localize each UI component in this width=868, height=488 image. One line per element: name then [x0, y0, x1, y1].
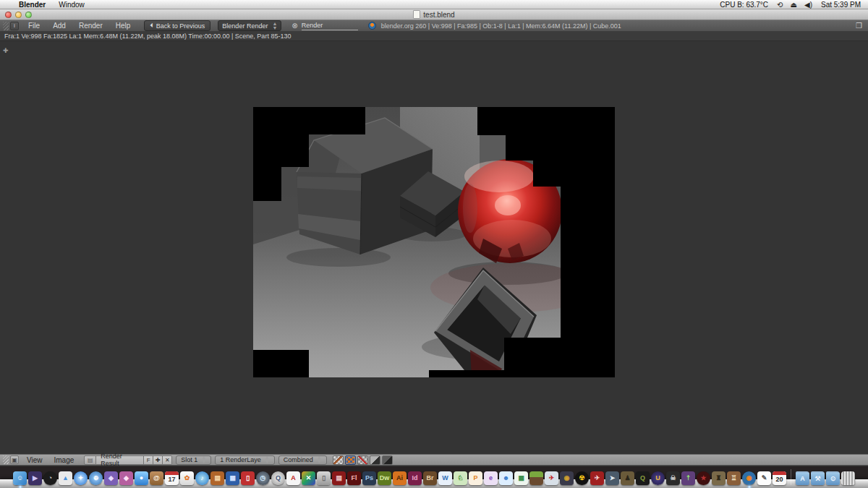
dock-icon-entourage[interactable]: e — [484, 471, 498, 485]
dock-icon-itunes[interactable]: ♪ — [195, 471, 209, 485]
dropdown-arrows-icon: ▲▼ — [317, 455, 322, 464]
dock-icon-powerpoint[interactable]: P — [469, 471, 482, 485]
image-name-field[interactable]: Render Result — [96, 455, 144, 465]
dock-icon-quicktime-player[interactable]: Q — [271, 471, 285, 485]
dock-icon-red-plane-game[interactable]: ✈ — [590, 471, 604, 485]
dock-icon-toast-burner[interactable]: ▤ — [210, 471, 224, 485]
dock-icon-xplane[interactable]: ✈ — [545, 471, 558, 485]
dock-icon-gray-utility-app[interactable]: ▯ — [317, 471, 331, 485]
menubar-menu-item[interactable]: Window — [59, 1, 85, 9]
zbuffer-channel-icon[interactable] — [382, 455, 393, 465]
dock-icon-front-row[interactable]: ▶ — [28, 471, 42, 485]
zoom-window-button[interactable] — [25, 12, 32, 18]
minimize-window-button[interactable] — [15, 12, 22, 18]
render-result-image[interactable] — [253, 107, 615, 377]
dock-icon-messenger[interactable]: ☻ — [499, 471, 513, 485]
dock-icon-game-helmet[interactable]: ◉ — [560, 471, 574, 485]
editor-type-info-icon[interactable]: i — [10, 22, 19, 30]
dock-icon-dashboard[interactable]: ◔ — [43, 471, 57, 485]
scene-stats-label: blender.org 260 | Ve:998 | Fa:985 | Ob:1… — [381, 22, 621, 30]
image-editor-viewport[interactable]: ✚ — [0, 41, 868, 454]
dock-icon-red-device-app[interactable]: ▯ — [241, 471, 255, 485]
alpha-slash-channel-icon[interactable] — [357, 455, 368, 465]
region-expand-icon[interactable]: ✚ — [3, 48, 9, 54]
dock-icon-lightsaber-game[interactable]: † — [681, 471, 695, 485]
dock-icon-bridge[interactable]: Br — [423, 471, 437, 485]
dock-icon-preview[interactable]: ▲ — [59, 471, 72, 485]
render-job-progress: Render — [302, 22, 358, 30]
dock-icon-colorful-x-app[interactable]: ✕ — [302, 471, 315, 485]
dock-icon-utilities-folder[interactable]: ⚒ — [811, 471, 825, 485]
dock-icon-jet-fighter-game[interactable]: ➤ — [605, 471, 619, 485]
dock-icon-quake-soldier-game[interactable]: ♟ — [621, 471, 634, 485]
editor-type-image-icon[interactable]: ▣ — [10, 455, 19, 464]
dock-icon-safari[interactable]: ✦ — [74, 471, 88, 485]
image-editor-menu-item[interactable]: Image — [48, 456, 80, 464]
dock-icon-finder[interactable]: ☺ — [13, 471, 27, 485]
dock-icon-soldier-game-2[interactable]: ♖ — [727, 471, 741, 485]
dock-icon-grid-app[interactable]: ▦ — [226, 471, 239, 485]
dock-icon-ical[interactable]: 17 — [165, 471, 179, 485]
browse-image-icon[interactable]: ▤ — [84, 455, 96, 465]
dock-icon-photoshop[interactable]: Ps — [362, 471, 376, 485]
corner-grip[interactable] — [3, 22, 9, 30]
dock-icon-excel[interactable]: ▦ — [514, 471, 528, 485]
fake-user-button[interactable]: F — [144, 455, 153, 465]
dock-icon-soldier-game-1[interactable]: ♜ — [712, 471, 726, 485]
dock-icon-radiation-game[interactable]: ☢ — [575, 471, 589, 485]
dock-icon-green-character-app[interactable]: ♘ — [454, 471, 467, 485]
slot-select[interactable]: Slot 1 ▲▼ — [176, 455, 211, 465]
dock-icon-iphoto[interactable]: ✿ — [180, 471, 194, 485]
new-image-button[interactable]: ✚ — [153, 455, 163, 465]
cancel-render-icon[interactable]: ⊗ — [292, 22, 297, 30]
header-menu-item[interactable]: Help — [109, 22, 137, 30]
menubar-clock[interactable]: Sat 5:39 PM — [821, 1, 861, 9]
dock-icon-ichat[interactable]: ● — [135, 471, 148, 485]
alpha-channel-icon[interactable] — [370, 455, 380, 465]
dock-icon-unreal-tournament[interactable]: U — [651, 471, 665, 485]
dock-icon-web-globe-browser[interactable]: ⊕ — [89, 471, 103, 485]
paint-mode-icon[interactable] — [333, 455, 344, 465]
render-pass-select[interactable]: Combined ▲▼ — [278, 455, 327, 465]
image-editor-header: ▣ ViewImage ▤ Render Result F ✚ ✕ Slot 1… — [0, 454, 868, 466]
unlink-image-button[interactable]: ✕ — [163, 455, 172, 465]
dock-icon-textedit[interactable]: ✎ — [757, 471, 771, 485]
new-window-icon[interactable]: ❐ — [856, 22, 862, 30]
dock-icon-applications-folder[interactable]: A — [796, 471, 809, 485]
dock-icon-pink-gem-app[interactable]: ◆ — [119, 471, 133, 485]
dock-icon-sites-folder[interactable]: ⊙ — [826, 471, 840, 485]
back-to-previous-button[interactable]: ⏴ Back to Previous — [144, 20, 210, 31]
dock-icon-calendar-20[interactable]: 20 — [773, 471, 786, 485]
macos-menubar: Blender Window CPU B: 63.7°C ⟲⏏◀) Sat 5:… — [0, 0, 868, 9]
dock-icon-illustrator[interactable]: Ai — [393, 471, 407, 485]
color-alpha-channel-icon[interactable] — [345, 455, 356, 465]
header-menu-item[interactable]: File — [22, 22, 46, 30]
render-engine-select[interactable]: Blender Render ▲▼ — [218, 20, 281, 31]
dock-icon-dreamweaver[interactable]: Dw — [378, 471, 391, 485]
header-menu-item[interactable]: Render — [72, 22, 109, 30]
dock-icon-purple-gem-app[interactable]: ◆ — [104, 471, 118, 485]
dock-icon-skull-game[interactable]: ☠ — [666, 471, 680, 485]
dock-icon-indesign[interactable]: Id — [408, 471, 422, 485]
dock-icon-flash[interactable]: Fl — [347, 471, 361, 485]
dock-icon-dark-star-game[interactable]: ★ — [697, 471, 710, 485]
dock-icon-blender[interactable]: ◉ — [742, 471, 756, 485]
dock-icon-quake[interactable]: Q — [636, 471, 650, 485]
dock-icon-adobe-reader[interactable]: A — [286, 471, 300, 485]
image-editor-menu-item[interactable]: View — [21, 456, 48, 464]
dock-icon-minecraft[interactable] — [529, 471, 543, 485]
menubar-status-icon[interactable]: ◀) — [804, 1, 812, 9]
window-titlebar[interactable]: test.blend — [0, 9, 868, 20]
dock-icon-red-book-app[interactable]: ▤ — [332, 471, 346, 485]
menubar-status-icon[interactable]: ⏏ — [790, 1, 796, 9]
close-window-button[interactable] — [5, 12, 12, 18]
dock-icon-address-book[interactable]: @ — [150, 471, 163, 485]
header-menu-item[interactable]: Add — [46, 22, 72, 30]
dock-icon-word[interactable]: W — [438, 471, 452, 485]
dock-icon-trash[interactable] — [841, 471, 855, 485]
dock-icon-time-machine[interactable]: ◷ — [256, 471, 270, 485]
menubar-status-icon[interactable]: ⟲ — [777, 1, 783, 9]
corner-grip[interactable] — [3, 455, 9, 464]
render-layer-select[interactable]: 1 RenderLaye ▲▼ — [215, 455, 274, 465]
app-menu-blender[interactable]: Blender — [19, 1, 46, 9]
